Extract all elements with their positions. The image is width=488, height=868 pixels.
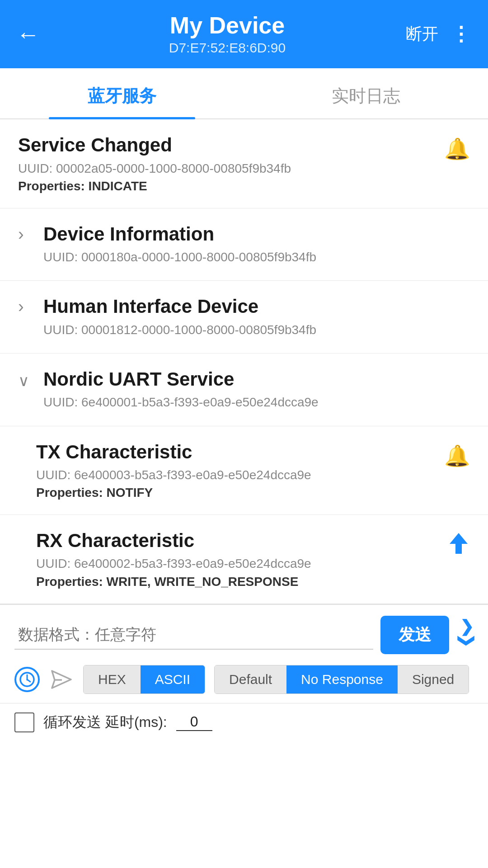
format-ascii-button[interactable]: ASCII [141,665,205,693]
characteristic-name-tx: TX Characteristic [36,441,311,463]
characteristic-item-rx: RX Characteristic UUID: 6e400002-b5a3-f3… [0,515,488,604]
chevron-icon-device-information: › [18,225,34,244]
service-uuid-service-changed: UUID: 00002a05-0000-1000-8000-00805f9b34… [18,160,291,177]
header-title-block: My Device D7:E7:52:E8:6D:90 [49,13,406,56]
characteristic-uuid-rx: UUID: 6e400002-b5a3-f393-e0a9-e50e24dcca… [36,555,311,572]
service-name-hid: Human Interface Device [43,295,316,318]
tab-bar: 蓝牙服务 实时日志 [0,68,488,119]
response-default-button[interactable]: Default [215,665,286,693]
header-actions: 断开 ⋮ [406,23,472,45]
response-signed-button[interactable]: Signed [398,665,469,693]
service-uuid-nordic-uart: UUID: 6e400001-b5a3-f393-e0a9-e50e24dcca… [43,393,319,411]
send-area: 发送 ❯ ❯ HEX ASCII Default No Response [0,604,488,703]
characteristic-uuid-tx: UUID: 6e400003-b5a3-f393-e0a9-e50e24dcca… [36,466,311,484]
service-item-human-interface-device[interactable]: › Human Interface Device UUID: 00001812-… [0,281,488,354]
bell-icon-service-changed[interactable]: 🔔 [444,137,470,161]
chevron-icon-nordic: ∨ [18,372,34,390]
service-item-nordic-uart[interactable]: ∨ Nordic UART Service UUID: 6e400001-b5a… [0,354,488,426]
loop-delay-input[interactable] [176,713,212,731]
service-name-nordic-uart: Nordic UART Service [43,368,319,391]
send-input-row: 发送 ❯ ❯ [14,616,474,654]
service-uuid-hid: UUID: 00001812-0000-1000-8000-00805f9b34… [43,321,316,339]
format-row: HEX ASCII Default No Response Signed [14,665,474,694]
page-title: My Device [49,13,406,38]
loop-row: 循环发送 延时(ms): [0,703,488,740]
characteristic-item-tx: TX Characteristic UUID: 6e400003-b5a3-f3… [0,426,488,515]
service-item-device-information[interactable]: › Device Information UUID: 0000180a-0000… [0,208,488,281]
back-button[interactable]: ← [16,21,49,48]
loop-label: 循环发送 延时(ms): [43,712,167,732]
send-input[interactable] [14,620,373,650]
service-properties-service-changed: Properties: INDICATE [18,179,291,193]
upload-icon-rx[interactable] [447,531,470,561]
expand-icon[interactable]: ❯ ❯ [460,618,474,651]
menu-button[interactable]: ⋮ [451,28,472,40]
header: ← My Device D7:E7:52:E8:6D:90 断开 ⋮ [0,0,488,68]
device-address: D7:E7:52:E8:6D:90 [49,40,406,56]
svg-line-3 [27,679,30,682]
service-name-service-changed: Service Changed [18,134,291,156]
tab-log[interactable]: 实时日志 [244,68,488,118]
send-button[interactable]: 发送 [380,616,449,654]
response-no-response-button[interactable]: No Response [286,665,398,693]
format-toggle: HEX ASCII [83,665,205,694]
loop-checkbox[interactable] [14,712,34,732]
format-hex-button[interactable]: HEX [84,665,141,693]
tab-bluetooth[interactable]: 蓝牙服务 [0,68,244,118]
service-uuid-device-information: UUID: 0000180a-0000-1000-8000-00805f9b34… [43,248,316,266]
bell-icon-tx[interactable]: 🔔 [444,443,470,468]
service-item-service-changed: Service Changed UUID: 00002a05-0000-1000… [0,119,488,208]
service-list: Service Changed UUID: 00002a05-0000-1000… [0,119,488,604]
clock-icon[interactable] [14,667,40,692]
characteristic-name-rx: RX Characteristic [36,529,311,552]
svg-marker-0 [450,533,468,554]
send-history-icon[interactable] [49,667,74,692]
chevron-icon-hid: › [18,297,34,316]
disconnect-button[interactable]: 断开 [406,23,438,45]
characteristic-properties-rx: Properties: WRITE, WRITE_NO_RESPONSE [36,575,311,589]
characteristic-properties-tx: Properties: NOTIFY [36,486,311,500]
service-name-device-information: Device Information [43,223,316,245]
response-toggle: Default No Response Signed [214,665,469,694]
